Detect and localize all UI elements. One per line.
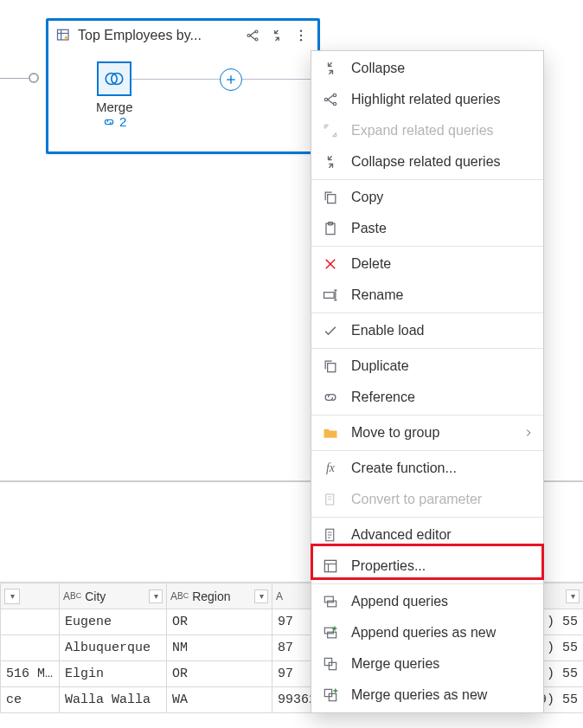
menu-item-collapse[interactable]: Collapse — [311, 53, 543, 84]
more-options-icon[interactable] — [292, 26, 311, 45]
svg-point-10 — [300, 35, 302, 36]
menu-label: Collapse related queries — [351, 154, 501, 170]
menu-item-create-function[interactable]: fx Create function... — [311, 453, 543, 484]
checkmark-icon — [320, 320, 341, 341]
merge-related-count[interactable]: 2 — [96, 114, 133, 129]
menu-item-reference[interactable]: Reference — [311, 382, 543, 413]
menu-item-properties[interactable]: Properties... — [311, 551, 543, 582]
cell[interactable]: Eugene — [60, 609, 167, 635]
plus-icon — [224, 73, 238, 87]
column-header-city[interactable]: ABCCity▾ — [60, 583, 167, 609]
collapse-node-icon[interactable] — [267, 26, 286, 45]
cell[interactable]: WA — [167, 687, 272, 713]
menu-label: Duplicate — [351, 358, 409, 374]
menu-item-merge-queries[interactable]: Merge queries — [311, 648, 543, 680]
menu-label: Collapse — [351, 61, 405, 76]
copy-icon — [320, 187, 341, 208]
svg-line-7 — [250, 32, 255, 36]
menu-label: Expand related queries — [351, 123, 494, 139]
menu-item-expand-related: Expand related queries — [311, 115, 543, 146]
svg-point-18 — [333, 102, 336, 105]
text-type-icon: ABC — [170, 590, 189, 602]
menu-label: Append queries as new — [351, 625, 496, 641]
chevron-down-icon[interactable]: ▾ — [254, 589, 268, 603]
menu-label: Merge queries — [351, 656, 439, 672]
menu-item-enable-load[interactable]: Enable load — [311, 315, 543, 346]
cell[interactable]: Elgin — [60, 661, 167, 687]
menu-label: Highlight related queries — [351, 92, 501, 107]
graph-share-icon — [320, 89, 341, 110]
context-menu: Collapse Highlight related queries Expan… — [311, 50, 544, 713]
link-icon — [102, 115, 116, 129]
properties-icon — [320, 556, 341, 577]
menu-item-advanced-editor[interactable]: Advanced editor — [311, 519, 543, 551]
menu-item-append-queries-new[interactable]: Append queries as new — [311, 617, 543, 648]
merge-queries-icon — [320, 654, 341, 674]
chevron-down-icon[interactable]: ▾ — [149, 589, 163, 603]
cell[interactable] — [1, 635, 60, 661]
delete-x-icon — [320, 254, 341, 274]
svg-rect-41 — [324, 596, 333, 602]
menu-item-append-queries[interactable]: Append queries — [311, 586, 543, 617]
rename-icon — [320, 285, 341, 306]
svg-line-19 — [328, 95, 334, 100]
edge-port-in[interactable] — [29, 73, 39, 83]
chevron-down-icon[interactable]: ▾ — [566, 589, 580, 603]
menu-label: Paste — [351, 221, 387, 236]
merge-step[interactable]: Merge 2 — [96, 61, 133, 129]
append-icon — [320, 591, 341, 612]
cell[interactable]: Albuquerque — [60, 635, 167, 661]
svg-rect-50 — [329, 693, 336, 700]
svg-rect-38 — [324, 560, 336, 571]
menu-item-paste[interactable]: Paste — [311, 213, 543, 244]
menu-separator — [311, 583, 543, 584]
cell[interactable]: Walla Walla — [60, 687, 167, 713]
collapse-arrows-icon — [320, 58, 341, 79]
chevron-down-icon[interactable]: ▾ — [4, 589, 20, 604]
cell[interactable]: OR — [167, 609, 272, 635]
menu-item-highlight-related[interactable]: Highlight related queries — [311, 84, 543, 115]
cell[interactable]: OR — [167, 661, 272, 687]
menu-item-duplicate[interactable]: Duplicate — [311, 351, 543, 382]
svg-rect-48 — [329, 662, 336, 669]
cell[interactable]: NM — [167, 635, 272, 661]
menu-separator — [311, 179, 543, 180]
svg-rect-21 — [328, 195, 336, 203]
merge-queries-new-icon — [320, 685, 341, 705]
svg-line-20 — [328, 100, 334, 104]
node-title-row: Top Employees by... — [55, 27, 238, 44]
svg-rect-43 — [324, 628, 333, 634]
cell[interactable]: 516 M… — [1, 661, 60, 687]
cell[interactable]: ce — [1, 687, 60, 713]
menu-item-move-to-group[interactable]: Move to group — [311, 417, 543, 448]
menu-label: Convert to parameter — [351, 492, 482, 507]
column-header-prev[interactable]: ▾ — [1, 583, 60, 609]
cell[interactable] — [1, 609, 60, 635]
menu-item-collapse-related[interactable]: Collapse related queries — [311, 146, 543, 177]
text-type-icon: A — [276, 590, 283, 602]
fx-icon: fx — [320, 458, 341, 479]
menu-item-merge-queries-new[interactable]: Merge queries as new — [311, 680, 543, 711]
parameter-icon — [320, 489, 341, 510]
merge-step-icon — [97, 61, 131, 96]
paste-icon — [320, 218, 341, 239]
chevron-right-icon — [522, 427, 535, 439]
menu-separator — [311, 348, 543, 349]
collapse-arrows-icon — [320, 151, 341, 172]
add-step-button[interactable] — [220, 68, 242, 91]
menu-item-delete[interactable]: Delete — [311, 248, 543, 280]
menu-label: Move to group — [351, 425, 439, 441]
menu-item-copy[interactable]: Copy — [311, 182, 543, 213]
related-queries-icon[interactable] — [243, 26, 262, 45]
editor-icon — [320, 525, 341, 545]
menu-label: Reference — [351, 390, 415, 405]
menu-item-convert-parameter: Convert to parameter — [311, 484, 543, 515]
menu-item-rename[interactable]: Rename — [311, 280, 543, 311]
folder-icon — [320, 422, 341, 443]
svg-point-6 — [255, 38, 258, 41]
column-label: City — [85, 589, 106, 603]
menu-label: Append queries — [351, 594, 448, 609]
merge-step-label: Merge — [96, 100, 133, 114]
column-header-region[interactable]: ABCRegion▾ — [167, 583, 272, 609]
query-node[interactable]: Top Employees by... Merge — [46, 18, 320, 154]
